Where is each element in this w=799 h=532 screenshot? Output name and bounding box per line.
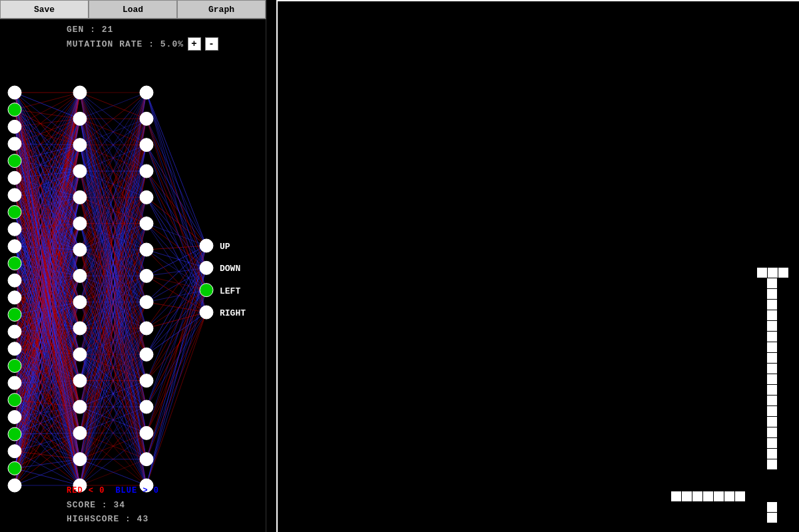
svg-point-718: [8, 325, 21, 338]
svg-point-739: [73, 374, 87, 388]
svg-point-733: [73, 217, 87, 230]
svg-line-658: [146, 145, 206, 268]
svg-point-735: [73, 269, 87, 282]
highscore-label: HIGHSCORE : 43: [67, 513, 148, 527]
svg-point-754: [140, 348, 153, 361]
svg-line-2: [15, 93, 80, 127]
blue-legend: BLUE > 0: [115, 486, 159, 495]
svg-point-734: [73, 243, 87, 256]
svg-point-757: [140, 426, 153, 439]
svg-line-672: [146, 93, 206, 290]
svg-point-719: [8, 342, 21, 356]
score-area: SCORE : 34 HIGHSCORE : 43: [67, 499, 148, 527]
svg-point-722: [8, 394, 21, 407]
svg-point-760: [200, 239, 213, 252]
mutation-row: MUTATION RATE : 5.0% + -: [67, 37, 218, 51]
gen-label: GEN : 21: [67, 25, 218, 35]
svg-line-640: [146, 93, 206, 246]
svg-line-382: [15, 468, 80, 485]
svg-point-762: [200, 261, 213, 274]
svg-point-731: [73, 164, 87, 178]
graph-button[interactable]: Graph: [177, 0, 266, 19]
svg-point-747: [140, 164, 153, 178]
svg-point-714: [8, 257, 21, 270]
svg-point-748: [140, 190, 153, 204]
save-button[interactable]: Save: [0, 0, 89, 19]
svg-point-713: [8, 240, 21, 253]
svg-line-692: [146, 197, 206, 312]
svg-line-684: [146, 290, 206, 407]
svg-point-766: [200, 306, 213, 319]
svg-point-758: [140, 453, 153, 466]
load-button[interactable]: Load: [89, 0, 177, 19]
svg-point-729: [73, 112, 87, 125]
svg-line-659: [146, 171, 206, 268]
svg-point-751: [140, 269, 153, 282]
legend: RED < 0 BLUE > 0: [67, 486, 159, 495]
svg-text:UP: UP: [220, 242, 230, 252]
svg-point-755: [140, 374, 153, 388]
svg-point-744: [140, 86, 153, 99]
game-area: [276, 0, 799, 532]
red-legend: RED < 0: [67, 486, 105, 495]
svg-point-720: [8, 359, 21, 372]
svg-point-704: [8, 86, 21, 99]
svg-line-651: [146, 246, 206, 381]
svg-point-716: [8, 291, 21, 304]
svg-point-752: [140, 296, 153, 309]
svg-point-710: [8, 188, 21, 202]
game-canvas: [278, 1, 799, 532]
svg-point-724: [8, 427, 21, 441]
svg-point-738: [73, 348, 87, 361]
svg-point-750: [140, 243, 153, 256]
svg-point-746: [140, 138, 153, 152]
svg-point-753: [140, 322, 153, 335]
toolbar: Save Load Graph: [0, 0, 266, 19]
svg-line-381: [15, 451, 80, 485]
svg-point-732: [73, 190, 87, 204]
info-area: GEN : 21 MUTATION RATE : 5.0% + -: [67, 25, 218, 51]
svg-text:RIGHT: RIGHT: [220, 308, 246, 318]
svg-point-706: [8, 120, 21, 133]
svg-point-708: [8, 154, 21, 168]
svg-point-749: [140, 217, 153, 230]
svg-point-728: [73, 86, 87, 99]
svg-line-701: [146, 312, 206, 433]
neural-network-viz: UPDOWNLEFTRIGHT: [0, 19, 266, 532]
svg-point-756: [140, 400, 153, 413]
svg-line-1: [15, 93, 80, 110]
svg-line-660: [146, 197, 206, 268]
svg-point-709: [8, 171, 21, 184]
svg-text:DOWN: DOWN: [220, 264, 240, 274]
mutation-plus-button[interactable]: +: [188, 37, 201, 51]
svg-point-741: [73, 426, 87, 439]
svg-point-730: [73, 138, 87, 152]
svg-line-654: [146, 246, 206, 459]
svg-point-715: [8, 274, 21, 287]
svg-line-688: [146, 93, 206, 312]
svg-point-740: [73, 400, 87, 413]
svg-line-669: [146, 268, 206, 433]
score-label: SCORE : 34: [67, 499, 148, 513]
mutation-minus-button[interactable]: -: [205, 37, 218, 51]
svg-point-707: [8, 137, 21, 150]
svg-point-723: [8, 410, 21, 423]
svg-point-712: [8, 222, 21, 236]
svg-point-725: [8, 445, 21, 458]
left-panel: UPDOWNLEFTRIGHT GEN : 21 MUTATION RATE :…: [0, 19, 266, 532]
svg-point-711: [8, 206, 21, 219]
svg-point-742: [73, 453, 87, 466]
svg-point-737: [73, 322, 87, 335]
svg-line-676: [146, 197, 206, 290]
svg-point-721: [8, 376, 21, 390]
svg-point-705: [8, 103, 21, 117]
svg-text:LEFT: LEFT: [220, 286, 240, 296]
svg-point-764: [200, 284, 213, 297]
mutation-label: MUTATION RATE : 5.0%: [67, 39, 184, 49]
svg-point-736: [73, 296, 87, 309]
svg-point-727: [8, 479, 21, 492]
svg-point-726: [8, 461, 21, 475]
svg-point-745: [140, 112, 153, 125]
svg-point-717: [8, 308, 21, 321]
